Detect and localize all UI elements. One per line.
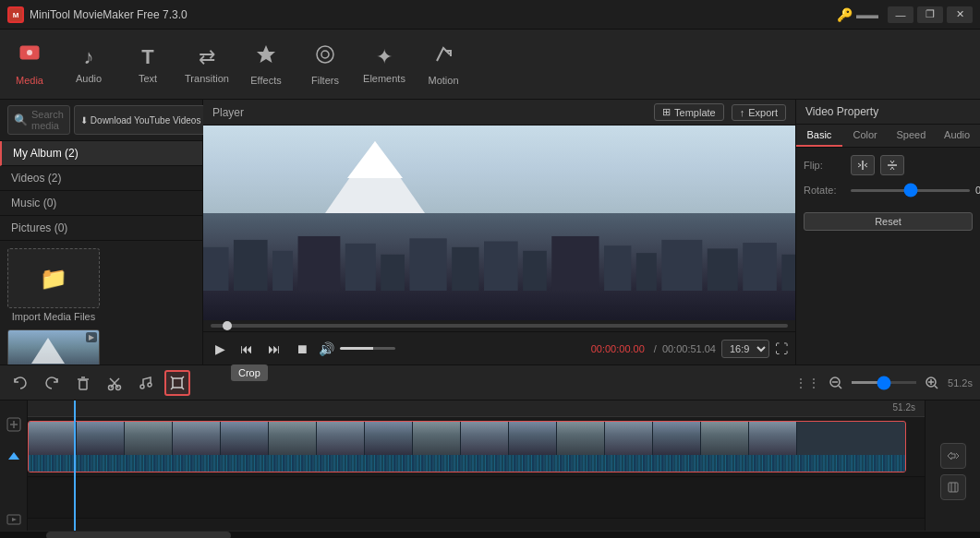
track-side-btn-2[interactable] bbox=[940, 474, 966, 500]
timeline-tracks: 51.2s bbox=[28, 401, 925, 531]
toolbar-effects[interactable]: Effects bbox=[238, 32, 294, 97]
toolbar-transition[interactable]: ⇄ Transition bbox=[179, 32, 235, 97]
media-item-12[interactable]: ▶ ✓ 12 bbox=[7, 329, 100, 365]
sidebar: 🔍 Search media ⬇ Download YouTube Videos… bbox=[0, 100, 203, 365]
svg-line-32 bbox=[115, 378, 119, 383]
svg-line-37 bbox=[171, 377, 173, 378]
template-button[interactable]: ⊞ Template bbox=[654, 103, 724, 121]
crop-button[interactable] bbox=[164, 370, 190, 396]
playhead[interactable] bbox=[74, 401, 76, 531]
cut-button[interactable] bbox=[102, 370, 127, 396]
sidebar-item-videos[interactable]: Videos (2) bbox=[0, 166, 202, 191]
minimize-button[interactable]: — bbox=[888, 6, 913, 23]
svg-rect-18 bbox=[551, 236, 599, 291]
toolbar-text[interactable]: T Text bbox=[120, 32, 175, 97]
progress-thumb[interactable] bbox=[223, 321, 232, 330]
audio-waveform-in-clip bbox=[29, 455, 905, 472]
reset-button[interactable]: Reset bbox=[804, 212, 973, 231]
play-button[interactable]: ▶ bbox=[211, 339, 230, 359]
timeline-right-panel bbox=[925, 401, 980, 531]
scrollbar-thumb[interactable] bbox=[46, 532, 231, 538]
sidebar-item-my-album[interactable]: My Album (2) bbox=[0, 141, 202, 166]
text-label: Text bbox=[139, 73, 157, 84]
svg-point-35 bbox=[148, 383, 151, 387]
zoom-slider[interactable] bbox=[852, 381, 916, 384]
export-button[interactable]: ↑ Export bbox=[732, 104, 786, 121]
frame-2 bbox=[77, 422, 125, 455]
svg-rect-24 bbox=[781, 255, 795, 292]
tab-audio[interactable]: Audio bbox=[934, 125, 980, 147]
next-frame-button[interactable]: ⏭ bbox=[263, 339, 285, 359]
fullscreen-button[interactable]: ⛶ bbox=[775, 341, 788, 356]
toolbar-motion[interactable]: Motion bbox=[416, 32, 471, 97]
toolbar-media[interactable]: Media bbox=[2, 32, 57, 97]
key-icon: 🔑 bbox=[837, 7, 853, 22]
frame-10 bbox=[461, 422, 509, 455]
effects-icon bbox=[255, 43, 277, 71]
download-youtube-btn[interactable]: ⬇ Download YouTube Videos bbox=[74, 105, 208, 135]
toolbar-elements[interactable]: ✦ Elements bbox=[357, 32, 412, 97]
svg-marker-51 bbox=[8, 452, 19, 460]
media-thumb-12[interactable]: ▶ ✓ bbox=[7, 329, 100, 365]
progress-track[interactable] bbox=[211, 324, 788, 328]
import-media-item[interactable]: 📁 Import Media Files bbox=[7, 248, 100, 322]
zoom-out-button[interactable] bbox=[826, 373, 846, 393]
frame-12 bbox=[557, 422, 605, 455]
prev-frame-button[interactable]: ⏮ bbox=[236, 339, 258, 359]
property-tabs: Basic Color Speed Audio bbox=[796, 125, 980, 148]
toolbar-filters[interactable]: Filters bbox=[297, 32, 353, 97]
frame-7 bbox=[317, 422, 365, 455]
undo-button[interactable] bbox=[7, 370, 33, 396]
add-track-button[interactable] bbox=[6, 417, 22, 432]
svg-text:M: M bbox=[13, 11, 19, 19]
redo-button[interactable] bbox=[39, 370, 65, 396]
media-icon bbox=[18, 43, 41, 71]
close-button[interactable]: ✕ bbox=[947, 6, 973, 23]
timeline-scrollbar[interactable] bbox=[0, 531, 980, 538]
zoom-in-button[interactable] bbox=[922, 373, 942, 393]
frame-13 bbox=[605, 422, 653, 455]
track-side-btn-1[interactable] bbox=[940, 443, 966, 469]
aspect-ratio-select[interactable]: 16:9 4:3 1:1 bbox=[721, 340, 769, 358]
progress-bar-container bbox=[203, 320, 795, 331]
toolbar: Media ♪ Audio T Text ⇄ Transition Effect… bbox=[0, 30, 980, 100]
import-label: Import Media Files bbox=[12, 311, 95, 322]
player-label: Player bbox=[212, 106, 244, 119]
video-track-icon bbox=[6, 512, 21, 530]
svg-rect-8 bbox=[203, 247, 228, 291]
sidebar-item-pictures[interactable]: Pictures (0) bbox=[0, 216, 202, 241]
tab-speed[interactable]: Speed bbox=[889, 125, 935, 147]
tab-basic[interactable]: Basic bbox=[796, 125, 842, 147]
frame-11 bbox=[509, 422, 557, 455]
app-icon: M bbox=[7, 6, 24, 23]
svg-rect-22 bbox=[708, 248, 738, 291]
timeline-ruler: 51.2s bbox=[28, 401, 925, 417]
flip-horizontal-btn[interactable] bbox=[851, 155, 875, 175]
rotate-value: 0° bbox=[975, 185, 980, 196]
filters-label: Filters bbox=[311, 75, 339, 86]
flip-vertical-btn[interactable] bbox=[880, 155, 904, 175]
stop-button[interactable]: ⏹ bbox=[291, 339, 313, 359]
video-track-row bbox=[28, 417, 925, 477]
timeline-content: 51.2s bbox=[0, 401, 980, 531]
svg-rect-36 bbox=[173, 378, 182, 388]
time-total: 00:00:51.04 bbox=[662, 343, 716, 354]
delete-button[interactable] bbox=[70, 370, 96, 396]
rotate-slider[interactable] bbox=[851, 189, 970, 192]
audio-detach-button[interactable] bbox=[133, 370, 159, 396]
frame-4 bbox=[173, 422, 221, 455]
tab-color[interactable]: Color bbox=[842, 125, 889, 147]
import-thumb[interactable]: 📁 bbox=[7, 248, 100, 308]
volume-slider[interactable] bbox=[340, 347, 395, 350]
sidebar-item-music[interactable]: Music (0) bbox=[0, 191, 202, 216]
volume-icon: 🔊 bbox=[319, 341, 334, 356]
time-separator: / bbox=[654, 343, 657, 354]
flip-row: Flip: bbox=[804, 155, 973, 175]
svg-rect-20 bbox=[636, 253, 657, 291]
video-clip[interactable] bbox=[28, 421, 906, 472]
restore-button[interactable]: ❐ bbox=[917, 6, 943, 23]
search-box[interactable]: 🔍 Search media bbox=[7, 105, 70, 135]
track-labels bbox=[0, 401, 28, 531]
toolbar-audio[interactable]: ♪ Audio bbox=[61, 32, 116, 97]
split-icon: ⋮⋮ bbox=[794, 376, 820, 390]
